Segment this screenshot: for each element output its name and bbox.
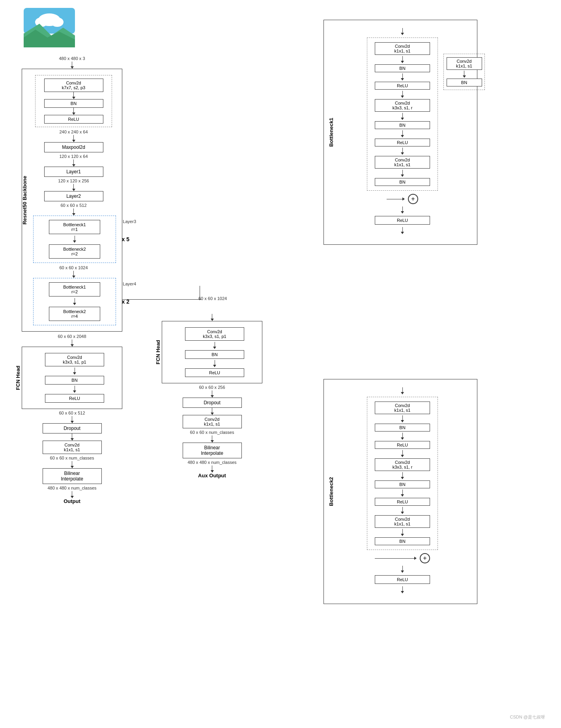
- ar2: [173, 342, 256, 349]
- bn1-m-relu2: ReLU: [375, 139, 430, 146]
- ar7: [211, 465, 214, 473]
- fcn-l-mid-dim: 60 x 60 x 512: [59, 411, 85, 415]
- bn1-plus-row: +: [336, 194, 469, 204]
- bn1-m-bn3: BN: [375, 178, 430, 186]
- bn1-side-inner: Conv2dk1x1, s1 BN: [443, 54, 485, 90]
- a5: [33, 184, 114, 191]
- a3: [33, 135, 114, 142]
- arrow-to-backbone: [71, 62, 74, 69]
- fcn-r-conv: Conv2dk3x3, s1, p1: [185, 327, 244, 341]
- bottleneck2-panel: Bottleneck2 Conv2dk1x1, s1 BN ReLU Conv2…: [324, 379, 477, 604]
- bn2-m-conv3: Conv2dk1x1, s1: [375, 515, 430, 528]
- dim-after-l1: 120 x 120 x 256: [33, 178, 114, 183]
- a8: [33, 271, 114, 278]
- a14: [71, 433, 74, 441]
- fcn-l-conv2: Conv2dk1x1, s1: [43, 441, 102, 454]
- a1: [72, 92, 75, 99]
- ar1: [211, 314, 214, 321]
- layer1-box: Layer1: [44, 167, 103, 177]
- bn2-plus-row: +: [336, 553, 469, 563]
- fcn-l-conv: Conv2dk3x3, s1, p1: [45, 353, 104, 366]
- fcn-r-conv2: Conv2dk1x1, s1: [183, 415, 242, 428]
- fcn-right-column: FCN Head Conv2dk3x3, s1, p1 BN ReLU 60 x…: [162, 314, 262, 478]
- bn2-ma1: [370, 415, 434, 422]
- a9: [37, 298, 112, 305]
- fcn-right-wrapper: FCN Head Conv2dk3x3, s1, p1 BN ReLU: [162, 321, 262, 383]
- fcn-l-out-dim: 60 x 60 x num_classes: [50, 456, 94, 460]
- ar4: [211, 390, 214, 398]
- ar5: [211, 408, 214, 415]
- bn1-ma2: [370, 73, 434, 81]
- fcn-l-dropout: Dropout: [43, 423, 102, 433]
- fcn-l-bilinear: BilinearInterpolate: [43, 468, 102, 484]
- svg-point-4: [51, 17, 64, 27]
- bn1-plus-circle: +: [408, 194, 418, 204]
- bn2-ma2: [370, 433, 434, 440]
- bn2-a-out: [336, 566, 469, 573]
- fcn-r-bn: BN: [185, 350, 244, 359]
- dim-after-pool: 120 x 120 x 64: [33, 154, 114, 159]
- bn1-m-conv3: Conv2dk1x1, s1: [375, 156, 430, 169]
- dim-after-conv: 240 x 240 x 64: [33, 129, 114, 134]
- bn2-label: Bottleneck2: [328, 477, 334, 506]
- bn2-m-relu1: ReLU: [375, 441, 430, 449]
- bn1-a-in: [336, 28, 469, 35]
- backbone-label: Resnet50 Backbone: [22, 176, 28, 225]
- bn1-ma1: [370, 56, 434, 63]
- layer3-to-fcn-right-line: [122, 299, 201, 300]
- page-container: 480 x 480 x 3 Resnet50 Backbone Conv2dk7…: [0, 0, 561, 728]
- fcn-l-relu: ReLU: [45, 394, 104, 403]
- fcn-r-output: Aux Output: [198, 473, 226, 478]
- bn1-ma7: [370, 170, 434, 177]
- a11: [33, 368, 116, 375]
- fcn-r-relu: ReLU: [185, 368, 244, 377]
- conv2d-box: Conv2dk7x7, s2, p3: [44, 79, 103, 92]
- layer2-box: Layer2: [44, 191, 103, 201]
- maxpool-box: Maxpool2d: [44, 142, 103, 152]
- bn1-m-bn2: BN: [375, 121, 430, 129]
- fcn-r-mid-dim: 60 x 60 x 256: [199, 385, 225, 390]
- ar3: [173, 360, 256, 367]
- a6: [33, 208, 114, 216]
- bn2-m-bn2: BN: [375, 480, 430, 488]
- fcn-right-label: FCN Head: [155, 340, 161, 364]
- bn1-m-relu1: ReLU: [375, 82, 430, 90]
- conv-group-box: Conv2dk7x7, s2, p3 BN ReLU: [35, 75, 112, 127]
- dim-after-l3: 60 x 60 x 1024: [33, 265, 114, 270]
- bn2-ma7: [370, 529, 434, 536]
- bn-box1: BN: [44, 99, 103, 108]
- layer4-box: Layer4 Bottleneck1r=2 Bottleneck2r=4 x 2: [33, 278, 116, 325]
- bn1-m-bn1: BN: [375, 64, 430, 72]
- fcn-r-final-dim: 480 x 480 x num_classes: [187, 460, 236, 465]
- layer3-to-fcn-dim: 60 x 60 x 1024: [198, 296, 227, 301]
- a7: [37, 236, 112, 243]
- bn2-m-conv1: Conv2dk1x1, s1: [375, 402, 430, 414]
- bn2-ma3: [370, 450, 434, 457]
- bn1-side-arrow: [387, 197, 405, 201]
- layer3-times: x 5: [122, 236, 129, 242]
- ar6: [211, 435, 214, 443]
- bn1-m-conv2: Conv2dk3x3, s1, r: [375, 99, 430, 112]
- fcn-l-bn: BN: [45, 376, 104, 385]
- layer3-box: Layer3 Bottleneck1r=1 Bottleneck2r=2 x 5: [33, 216, 116, 263]
- layer4-b2: Bottleneck2r=4: [49, 307, 100, 321]
- bn2-a-in: [336, 387, 469, 394]
- bn2-side-arrow: [375, 557, 417, 560]
- input-dim: 480 x 480 x 3: [59, 56, 85, 61]
- fcn-left-wrapper: FCN Head Conv2dk3x3, s1, p1 BN ReLU: [22, 347, 122, 409]
- a16: [71, 491, 74, 498]
- bn1-a-out: [336, 206, 469, 214]
- dim-after-backbone: 60 x 60 x 2048: [58, 334, 86, 339]
- layer3-label: Layer3: [123, 219, 136, 224]
- logo: [24, 8, 75, 47]
- bn2-a-final: [336, 586, 469, 593]
- fcn-r-bilinear: BilinearInterpolate: [183, 443, 242, 458]
- layer3-b1: Bottleneck1r=1: [49, 220, 100, 234]
- bn1-ma5: [370, 130, 434, 137]
- bn1-sa: [446, 71, 482, 78]
- a10: [71, 340, 74, 347]
- bn2-m-conv2: Conv2dk3x3, s1, r: [375, 458, 430, 471]
- bn1-m-conv1: Conv2dk1x1, s1: [375, 42, 430, 55]
- layer4-b1: Bottleneck1r=2: [49, 282, 100, 296]
- bn1-side-bn: BN: [447, 79, 482, 86]
